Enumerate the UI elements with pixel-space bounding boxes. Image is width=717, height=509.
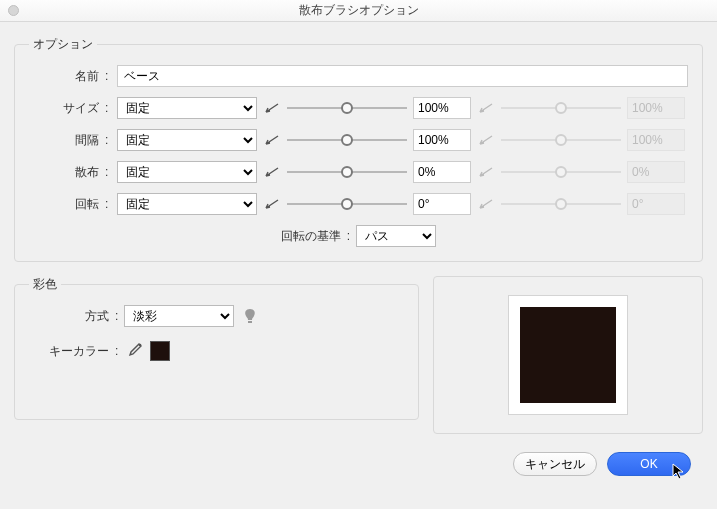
eyedropper-icon[interactable] — [124, 341, 144, 361]
method-select[interactable]: 淡彩 — [124, 305, 234, 327]
name-row: 名前 : — [29, 65, 688, 87]
size-value-2 — [627, 97, 685, 119]
keycolor-row: キーカラー : — [29, 341, 404, 361]
rotation-slider-1[interactable] — [287, 194, 407, 214]
button-bar: キャンセル OK — [14, 434, 703, 476]
method-label: 方式 — [29, 308, 109, 325]
scatter-slider-1[interactable] — [287, 162, 407, 182]
spacing-value-2 — [627, 129, 685, 151]
options-legend: オプション — [29, 36, 97, 53]
scatter-row: 散布 : 固定 — [29, 161, 688, 183]
preview-panel — [433, 276, 703, 434]
spacing-value-1[interactable] — [413, 129, 471, 151]
close-window-button[interactable] — [8, 5, 19, 16]
rotation-value-1[interactable] — [413, 193, 471, 215]
rotation-mode-select[interactable]: 固定 — [117, 193, 257, 215]
flip-x-icon[interactable] — [263, 163, 281, 181]
method-row: 方式 : 淡彩 — [29, 305, 404, 327]
name-input[interactable] — [117, 65, 688, 87]
flip-x-icon[interactable] — [263, 195, 281, 213]
rotation-label: 回転 — [29, 196, 99, 213]
coloring-legend: 彩色 — [29, 276, 61, 293]
svg-point-0 — [139, 344, 142, 347]
rotation-base-select[interactable]: パス — [356, 225, 436, 247]
rotation-base-label: 回転の基準 — [281, 228, 341, 245]
preview-frame — [508, 295, 628, 415]
rotation-slider-2 — [501, 194, 621, 214]
scatter-value-2 — [627, 161, 685, 183]
size-value-1[interactable] — [413, 97, 471, 119]
keycolor-label: キーカラー — [29, 343, 109, 360]
spacing-mode-select[interactable]: 固定 — [117, 129, 257, 151]
cancel-button[interactable]: キャンセル — [513, 452, 597, 476]
size-slider-1[interactable] — [287, 98, 407, 118]
spacing-slider-2 — [501, 130, 621, 150]
scatter-mode-select[interactable]: 固定 — [117, 161, 257, 183]
preview-swatch — [520, 307, 616, 403]
rotation-base-row: 回転の基準 : パス — [29, 225, 688, 247]
options-group: オプション 名前 : サイズ : 固定 間隔 : 固定 — [14, 36, 703, 262]
spacing-slider-1[interactable] — [287, 130, 407, 150]
spacing-label: 間隔 — [29, 132, 99, 149]
rotation-value-2 — [627, 193, 685, 215]
name-label: 名前 — [29, 68, 99, 85]
size-mode-select[interactable]: 固定 — [117, 97, 257, 119]
flip-x-icon — [477, 195, 495, 213]
ok-button[interactable]: OK — [607, 452, 691, 476]
size-slider-2 — [501, 98, 621, 118]
spacing-row: 間隔 : 固定 — [29, 129, 688, 151]
rotation-row: 回転 : 固定 — [29, 193, 688, 215]
flip-x-icon — [477, 131, 495, 149]
size-row: サイズ : 固定 — [29, 97, 688, 119]
tips-icon[interactable] — [240, 306, 260, 326]
flip-x-icon — [477, 99, 495, 117]
titlebar: 散布ブラシオプション — [0, 0, 717, 22]
flip-x-icon[interactable] — [263, 99, 281, 117]
scatter-slider-2 — [501, 162, 621, 182]
keycolor-swatch[interactable] — [150, 341, 170, 361]
coloring-group: 彩色 方式 : 淡彩 キーカラー : — [14, 276, 419, 420]
flip-x-icon — [477, 163, 495, 181]
dialog-title: 散布ブラシオプション — [299, 2, 419, 19]
flip-x-icon[interactable] — [263, 131, 281, 149]
scatter-value-1[interactable] — [413, 161, 471, 183]
scatter-label: 散布 — [29, 164, 99, 181]
size-label: サイズ — [29, 100, 99, 117]
